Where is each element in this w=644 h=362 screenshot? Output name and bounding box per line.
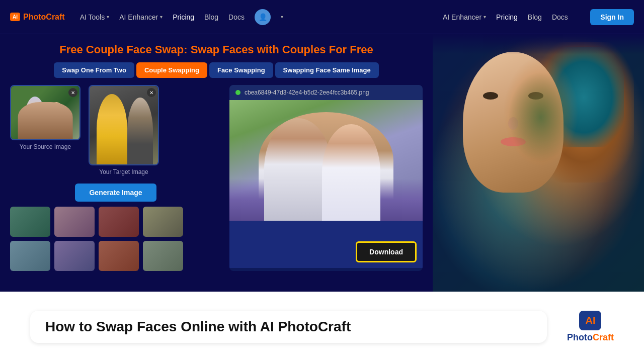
content-area: ✕ Your Source Image ✕ [0, 85, 433, 271]
bottom-logo-box: AI [579, 311, 601, 330]
result-footer: Download [229, 236, 423, 268]
bottom-title-container: How to Swap Faces Online with AI PhotoCr… [30, 311, 547, 343]
status-indicator [235, 90, 240, 95]
portrait-area [433, 34, 644, 292]
tab-swapping-face-same-image[interactable]: Swapping Face Same Image [275, 62, 379, 78]
result-filename: cbea6849-47d3-42e4-b5d2-2ee4fcc3b465.png [245, 89, 369, 96]
chevron-down-icon: ▾ [160, 14, 163, 20]
result-spacer [229, 221, 423, 236]
right-nav-ai-enhancer[interactable]: AI Enhancer ▾ [443, 13, 486, 21]
bottom-logo-ai: AI [585, 315, 595, 326]
portrait-image [443, 42, 634, 292]
thumbnail-item[interactable] [54, 207, 95, 237]
sign-in-button[interactable]: Sign In [590, 9, 634, 25]
tabs-container: Swap One From Two Couple Swapping Face S… [0, 62, 433, 85]
thumbnail-item[interactable] [10, 241, 50, 271]
thumbnail-grid [10, 207, 221, 271]
avatar[interactable]: 👤 [255, 9, 271, 25]
tab-swap-one-from-two[interactable]: Swap One From Two [54, 62, 134, 78]
logo-photo: Photo [23, 13, 46, 21]
bottom-title: How to Swap Faces Online with AI PhotoCr… [45, 319, 351, 334]
right-panel: AI Enhancer ▾ Pricing Blog Docs Sign In [433, 0, 644, 292]
top-gradient [433, 34, 644, 54]
page-title: Free Couple Face Swap: Swap Faces with C… [0, 34, 433, 62]
download-button[interactable]: Download [356, 241, 417, 262]
thumbnail-item[interactable] [54, 241, 95, 271]
right-navbar: AI Enhancer ▾ Pricing Blog Docs Sign In [433, 0, 644, 34]
nav-ai-enhancer[interactable]: AI Enhancer ▾ [119, 13, 163, 21]
nav-blog[interactable]: Blog [204, 13, 218, 21]
navbar: AI PhotoCraft AI Tools ▾ AI Enhancer ▾ P… [0, 0, 433, 34]
thumbnail-item[interactable] [99, 241, 139, 271]
nav-links: AI Tools ▾ AI Enhancer ▾ Pricing Blog Do… [80, 9, 423, 25]
generate-button[interactable]: Generate Image [75, 184, 156, 202]
thumbnail-item[interactable] [99, 207, 139, 237]
logo-craft: Craft [46, 13, 64, 21]
tab-couple-swapping[interactable]: Couple Swapping [136, 62, 207, 78]
logo-ai-box: AI [10, 13, 20, 21]
target-image-upload[interactable]: ✕ [89, 85, 159, 165]
bottom-logo[interactable]: AI PhotoCraft [567, 311, 614, 343]
chevron-down-icon: ▾ [107, 14, 109, 20]
bottom-logo-photo: Photo [567, 332, 593, 342]
right-nav-docs[interactable]: Docs [552, 13, 568, 21]
left-panel: AI PhotoCraft AI Tools ▾ AI Enhancer ▾ P… [0, 0, 433, 292]
chevron-down-icon: ▾ [281, 14, 283, 20]
target-image-preview [90, 86, 158, 164]
upload-section: ✕ Your Source Image ✕ [10, 85, 221, 271]
close-icon[interactable]: ✕ [68, 88, 77, 97]
nav-pricing[interactable]: Pricing [173, 13, 194, 21]
thumbnail-item[interactable] [143, 207, 183, 237]
close-icon[interactable]: ✕ [147, 88, 156, 97]
right-nav-blog[interactable]: Blog [528, 13, 542, 21]
thumbnail-item[interactable] [10, 207, 50, 237]
logo[interactable]: AI PhotoCraft [10, 13, 65, 22]
source-label: Your Source Image [20, 143, 71, 150]
bottom-bar: How to Swap Faces Online with AI PhotoCr… [0, 292, 644, 362]
source-image-upload[interactable]: ✕ [10, 85, 80, 140]
nav-ai-tools[interactable]: AI Tools ▾ [80, 13, 110, 21]
tab-face-swapping[interactable]: Face Swapping [209, 62, 273, 78]
upload-row: ✕ Your Source Image ✕ [10, 85, 221, 177]
bottom-logo-text: PhotoCraft [567, 332, 614, 343]
logo-brand-text: PhotoCraft [23, 13, 65, 22]
bottom-logo-craft: Craft [593, 332, 614, 342]
logo-ai-text: AI [13, 14, 18, 20]
result-panel: cbea6849-47d3-42e4-b5d2-2ee4fcc3b465.png… [229, 85, 423, 271]
thumbnail-item[interactable] [143, 241, 183, 271]
chevron-down-icon: ▾ [484, 14, 486, 20]
result-image [229, 100, 423, 221]
nav-docs[interactable]: Docs [228, 13, 245, 21]
target-label: Your Target Image [99, 168, 148, 175]
right-nav-pricing[interactable]: Pricing [496, 13, 518, 21]
result-header: cbea6849-47d3-42e4-b5d2-2ee4fcc3b465.png [229, 85, 423, 100]
